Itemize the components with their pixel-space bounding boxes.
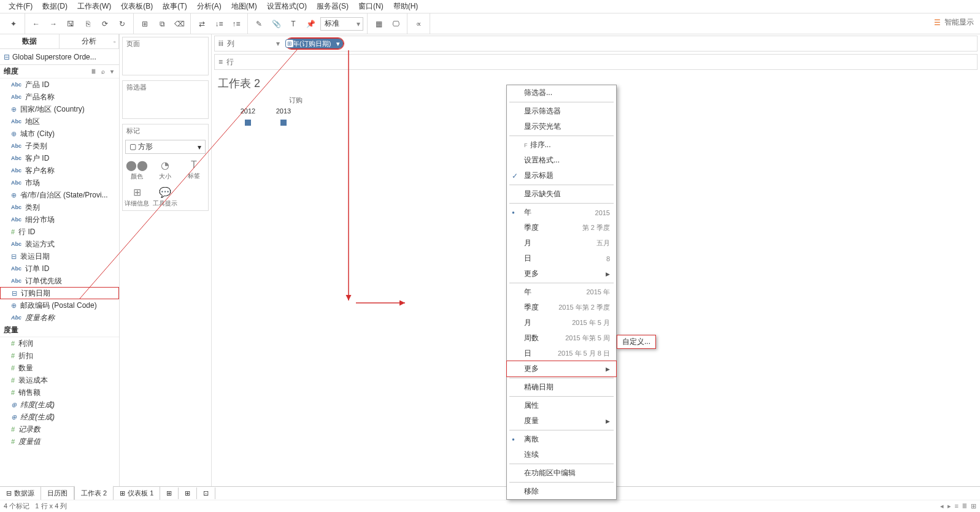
measure-field[interactable]: #折扣 [0, 350, 119, 362]
measure-field[interactable]: #数量 [0, 362, 119, 374]
year-orderdate-pill[interactable]: ⊞ 年(订购日期) [286, 38, 344, 49]
new-datasource-icon[interactable]: ⎘ [80, 17, 95, 31]
menu-item[interactable]: 数据(D) [37, 0, 72, 13]
mark-type-selector[interactable]: ▢ 方形▾ [125, 140, 206, 154]
dimension-field[interactable]: Abc客户 ID [0, 152, 119, 164]
forward-icon[interactable]: → [46, 17, 61, 31]
context-menu-item[interactable]: 日8 [507, 251, 616, 266]
context-menu-item[interactable]: 在功能区中编辑 [507, 465, 616, 481]
menu-item[interactable]: 设置格式(O) [262, 0, 312, 13]
back-icon[interactable]: ← [29, 17, 44, 31]
dimension-field[interactable]: #行 ID [0, 226, 119, 238]
dimension-field[interactable]: Abc产品名称 [0, 91, 119, 103]
measure-field[interactable]: #利润 [0, 337, 119, 350]
dimension-field[interactable]: ⊕邮政编码 (Postal Code) [0, 299, 119, 311]
analytics-tab[interactable]: 分析◦ [60, 34, 119, 48]
new-dashboard-button[interactable]: ⊞ [179, 487, 197, 499]
pin-icon[interactable]: 📌 [303, 17, 318, 31]
dimension-field[interactable]: Abc装运方式 [0, 238, 119, 250]
status-icon[interactable]: Ⅲ [962, 502, 967, 510]
more-submenu[interactable]: 自定义... [617, 335, 656, 349]
context-menu-item[interactable]: 季度2015 年第 2 季度 [507, 300, 616, 315]
dimension-field[interactable]: Abc类别 [0, 201, 119, 213]
data-tab[interactable]: 数据 [0, 34, 60, 48]
highlight-icon[interactable]: ✎ [252, 17, 266, 31]
datasource-name[interactable]: ⊟ Global Superstore Orde... [0, 49, 119, 65]
menu-item[interactable]: 工作表(W) [72, 0, 116, 13]
context-menu-item[interactable]: 显示缺失值 [507, 186, 616, 202]
label-shelf[interactable]: T标签 [180, 156, 208, 183]
context-menu-item[interactable]: 显示筛选器 [507, 104, 616, 119]
measure-field[interactable]: ⊕纬度(生成) [0, 399, 119, 411]
dimension-field[interactable]: ⊕省/市/自治区 (State/Provi... [0, 189, 119, 201]
context-menu-item[interactable]: 设置格式... [507, 153, 616, 168]
col-header[interactable]: 2012 [230, 105, 266, 117]
context-menu-item[interactable]: 更多▶ [506, 361, 617, 377]
context-menu-item[interactable]: 季度第 2 季度 [507, 220, 616, 235]
rows-shelf[interactable]: ≡行 [214, 54, 978, 70]
duplicate-icon[interactable]: ⧉ [155, 17, 169, 31]
context-menu-item[interactable]: 精确日期 [507, 380, 616, 395]
context-menu-item[interactable]: 连续 [507, 447, 616, 462]
show-cards-icon[interactable]: ▦ [371, 17, 386, 31]
tooltip-shelf[interactable]: 💬工具提示 [151, 183, 179, 210]
new-worksheet-button[interactable]: ⊞ [160, 487, 179, 499]
menu-item[interactable]: 窗口(N) [353, 0, 388, 13]
show-me-button[interactable]: ☰ 智能显示 [934, 17, 974, 28]
autosave-icon[interactable]: ⟳ [98, 17, 112, 31]
dimension-field[interactable]: ⊕城市 (City) [0, 128, 119, 140]
menu-item[interactable]: 故事(T) [158, 0, 191, 13]
context-menu-item[interactable]: 度量▶ [507, 413, 616, 429]
dimension-tools-icon[interactable]: Ⅲ ⌕ ▾ [91, 68, 115, 75]
menu-item[interactable]: 服务器(S) [312, 0, 353, 13]
context-menu-item[interactable]: 离散 [507, 432, 616, 447]
col-header[interactable]: 2013 [266, 105, 301, 117]
dimension-field[interactable]: ⊟装运日期 [0, 250, 119, 262]
measure-field[interactable]: #装运成本 [0, 374, 119, 386]
dimension-field[interactable]: Abc市场 [0, 177, 119, 189]
context-menu-item[interactable]: 显示荧光笔 [507, 119, 616, 134]
dimension-field[interactable]: ⊟订购日期 [0, 287, 119, 299]
menu-item[interactable]: 帮助(H) [388, 0, 423, 13]
dimension-field[interactable]: Abc订单优先级 [0, 275, 119, 287]
dimension-field[interactable]: ⊕国家/地区 (Country) [0, 103, 119, 115]
dimension-field[interactable]: Abc子类别 [0, 140, 119, 152]
tableau-logo-icon[interactable]: ✦ [6, 17, 21, 31]
color-shelf[interactable]: ⬤⬤颜色 [123, 156, 151, 183]
sheet-tab[interactable]: 日历图 [41, 487, 74, 500]
datasource-tab[interactable]: ⊟数据源 [0, 487, 41, 500]
dimension-field[interactable]: Abc细分市场 [0, 213, 119, 226]
context-menu-item[interactable]: 显示标题 [507, 168, 616, 183]
context-menu-item[interactable]: 月五月 [507, 235, 616, 251]
new-worksheet-icon[interactable]: ⊞ [137, 17, 152, 31]
dimension-field[interactable]: Abc客户名称 [0, 164, 119, 177]
sheet-tab[interactable]: ⊞仪表板 1 [114, 487, 160, 500]
status-icon[interactable]: ▸ [947, 502, 951, 510]
context-menu-item[interactable]: 周数2015 年第 5 周 [507, 331, 616, 346]
status-icon[interactable]: ◂ [940, 502, 944, 510]
context-menu-item[interactable]: 属性 [507, 398, 616, 413]
share-icon[interactable]: ∝ [411, 17, 426, 31]
data-mark[interactable] [280, 120, 287, 126]
status-icon[interactable]: ⊞ [971, 502, 976, 510]
dimension-field[interactable]: Abc度量名称 [0, 311, 119, 324]
context-menu-item[interactable]: 日2015 年 5 月 8 日 [507, 346, 616, 361]
presentation-icon[interactable]: 🖵 [388, 17, 403, 31]
measure-field[interactable]: #销售额 [0, 386, 119, 399]
context-menu-item[interactable]: 年2015 [507, 205, 616, 220]
measure-field[interactable]: #记录数 [0, 423, 119, 435]
menu-item[interactable]: 仪表板(B) [116, 0, 158, 13]
status-icon[interactable]: ≡ [955, 502, 959, 510]
context-menu-item[interactable]: 筛选器... [507, 85, 616, 101]
dimension-field[interactable]: Abc订单 ID [0, 262, 119, 275]
fit-selector[interactable]: 标准 [320, 17, 363, 31]
context-menu-item[interactable]: 月2015 年 5 月 [507, 315, 616, 331]
data-mark[interactable] [245, 120, 251, 126]
pill-plus-icon[interactable]: ⊞ [285, 39, 294, 48]
menu-item[interactable]: 文件(F) [4, 0, 37, 13]
context-menu-item[interactable]: F排序... [507, 137, 616, 153]
attach-icon[interactable]: 📎 [269, 17, 284, 31]
text-icon[interactable]: T [286, 17, 301, 31]
new-story-button[interactable]: ⊡ [197, 487, 215, 499]
save-icon[interactable]: 🖫 [63, 17, 78, 31]
